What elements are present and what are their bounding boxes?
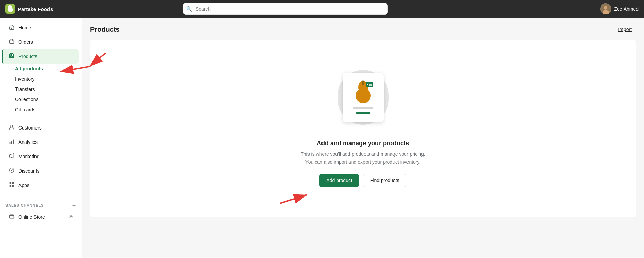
sidebar-item-home[interactable]: Home [3,21,79,35]
sidebar-label-orders: Orders [18,39,33,45]
svg-rect-1 [8,8,12,12]
sidebar-sub-label-all-products: All products [15,66,43,71]
sidebar-sub-transfers[interactable]: Transfers [15,84,82,94]
cta-buttons: Add product Find products [319,174,406,187]
store-name: Partake Foods [18,6,53,12]
svg-rect-21 [362,80,364,85]
product-illustration [332,63,394,132]
sidebar-sub-label-transfers: Transfers [15,86,35,92]
apps-icon [8,181,15,189]
sales-channels-section: SALES CHANNELS + [0,198,82,210]
avatar [600,3,611,14]
page-header: Products Import [82,18,644,40]
sidebar-item-analytics[interactable]: Analytics [3,135,79,149]
sidebar-item-online-store[interactable]: Online Store 👁 [3,210,79,224]
import-button[interactable]: Import [614,25,636,34]
svg-rect-11 [13,140,14,144]
svg-rect-10 [11,141,12,144]
sidebar-item-customers[interactable]: Customers [3,121,79,135]
sidebar-label-products: Products [18,54,37,59]
online-store-icon [8,213,15,221]
products-icon [8,53,15,60]
sidebar-item-marketing[interactable]: Marketing [3,149,79,164]
divider-2 [0,195,82,195]
main-content: Products Import [82,18,644,258]
empty-state-description: This is where you'll add products and ma… [298,150,428,166]
sidebar-sub-collections[interactable]: Collections [15,94,82,105]
empty-state-card: Add and manage your products This is whe… [90,40,636,217]
sidebar-label-discounts: Discounts [18,168,39,174]
orders-icon [8,38,15,46]
svg-point-12 [9,156,10,158]
customers-icon [8,124,15,132]
products-submenu: All products Inventory Transfers Collect… [0,64,82,115]
user-menu[interactable]: Zee Ahmed [600,3,639,14]
search-icon: 🔍 [186,6,192,12]
pear-svg [351,77,375,104]
marketing-icon [8,153,15,160]
add-product-button[interactable]: Add product [319,174,359,187]
sidebar-item-discounts[interactable]: Discounts [3,164,79,178]
svg-rect-9 [10,142,11,144]
sidebar-label-apps: Apps [18,182,29,188]
add-sales-channel-button[interactable]: + [72,202,76,208]
sales-channels-label: SALES CHANNELS [5,203,44,207]
sidebar-sub-gift-cards[interactable]: Gift cards [15,105,82,115]
find-products-button[interactable]: Find products [363,174,406,187]
illus-line2 [356,112,370,114]
sidebar-sub-all-products[interactable]: All products [15,64,82,74]
svg-rect-16 [10,185,11,187]
topbar: Partake Foods 🔍 Zee Ahmed [0,0,644,18]
sidebar: Home Orders Products All products Invent… [0,18,82,258]
sidebar-label-analytics: Analytics [18,139,38,145]
svg-point-3 [604,6,607,10]
svg-rect-5 [11,28,12,29]
sidebar-label-online-store: Online Store [18,214,45,220]
svg-point-23 [367,84,368,85]
layout: Home Orders Products All products Invent… [0,18,644,258]
sidebar-label-home: Home [18,25,31,30]
sidebar-item-apps[interactable]: Apps [3,178,79,192]
user-name: Zee Ahmed [614,6,639,12]
page-title: Products [90,26,120,33]
sidebar-item-orders[interactable]: Orders [3,35,79,49]
sidebar-sub-label-gift-cards: Gift cards [15,107,35,112]
search-input[interactable] [183,3,388,15]
online-store-eye-icon[interactable]: 👁 [69,214,73,220]
svg-rect-15 [12,182,14,184]
sidebar-label-customers: Customers [18,125,42,131]
sidebar-sub-label-inventory: Inventory [15,76,35,82]
analytics-icon [8,138,15,146]
home-icon [8,24,15,31]
shopify-icon [5,4,15,14]
store-logo[interactable]: Partake Foods [5,4,74,14]
discounts-icon [8,167,15,175]
svg-rect-17 [12,185,14,187]
svg-rect-18 [10,216,14,218]
svg-rect-14 [10,182,11,184]
search-container: 🔍 [183,3,388,15]
empty-state-title: Add and manage your products [317,140,409,147]
sidebar-item-products[interactable]: Products [2,49,79,64]
illus-card [343,73,384,122]
svg-rect-6 [10,40,14,44]
sidebar-sub-inventory[interactable]: Inventory [15,74,82,84]
sidebar-sub-label-collections: Collections [15,97,38,102]
divider-1 [0,118,82,118]
svg-rect-7 [9,54,14,58]
illus-line1 [353,107,373,109]
sidebar-label-marketing: Marketing [18,154,39,159]
